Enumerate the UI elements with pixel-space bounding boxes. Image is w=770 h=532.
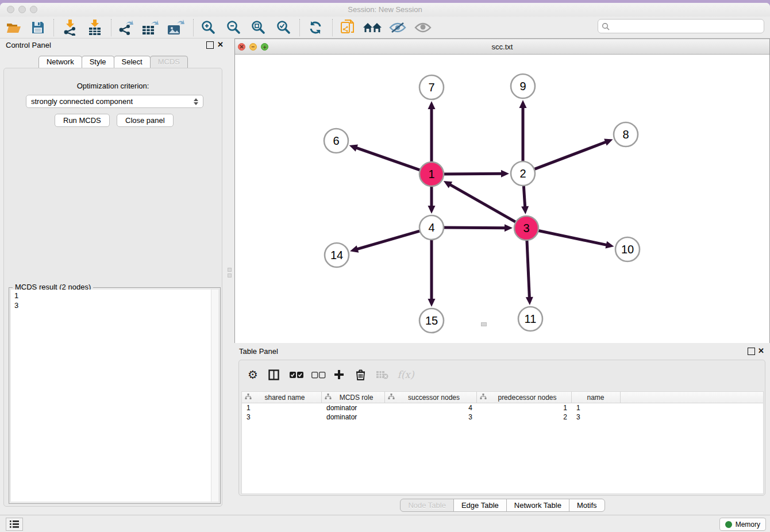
- table-options-button[interactable]: ⚙: [246, 367, 260, 382]
- edge-3-10[interactable]: [537, 230, 614, 249]
- apply-function-button[interactable]: f(x): [395, 367, 416, 382]
- cell-shared-name[interactable]: 1: [242, 404, 322, 412]
- flatten-icon: [325, 394, 332, 402]
- open-session-button[interactable]: [3, 18, 25, 37]
- node-1[interactable]: 1: [419, 162, 444, 186]
- show-columns-button[interactable]: [267, 367, 280, 382]
- table-panel-title: Table Panel: [239, 347, 278, 356]
- refresh-button[interactable]: [305, 18, 326, 37]
- node-2[interactable]: 2: [511, 161, 535, 186]
- tab-network-table[interactable]: Network Table: [506, 499, 569, 512]
- edge-3-11[interactable]: [526, 238, 533, 305]
- zoom-fit-button[interactable]: [247, 18, 269, 37]
- function-icon: f(x): [397, 369, 414, 380]
- edge-2-9[interactable]: [519, 100, 527, 163]
- zoom-selected-button[interactable]: [272, 18, 294, 37]
- tab-style[interactable]: Style: [82, 56, 114, 68]
- tab-select[interactable]: Select: [114, 56, 151, 68]
- export-network-button[interactable]: [115, 18, 137, 37]
- tab-network[interactable]: Network: [38, 56, 82, 68]
- unselect-all-button[interactable]: [310, 367, 326, 382]
- delete-row-button[interactable]: [353, 367, 367, 382]
- column-header-predecessor-nodes[interactable]: predecessor nodes: [477, 392, 572, 403]
- zoom-in-button[interactable]: [197, 18, 219, 37]
- edge-4-15[interactable]: [428, 238, 436, 307]
- close-table-panel-icon[interactable]: ✕: [757, 347, 765, 354]
- delete-table-button[interactable]: [375, 367, 390, 382]
- show-all-button[interactable]: [412, 18, 434, 37]
- float-panel-icon[interactable]: [206, 41, 214, 49]
- column-header-name[interactable]: name: [572, 392, 621, 403]
- edge-1-6[interactable]: [349, 144, 422, 171]
- mcds-result-scrollbar[interactable]: [211, 290, 218, 502]
- cell-shared-name[interactable]: 3: [242, 413, 322, 421]
- search-input[interactable]: [612, 22, 764, 30]
- node-7[interactable]: 7: [419, 75, 444, 99]
- memory-button[interactable]: Memory: [719, 518, 766, 531]
- new-network-from-selection-button[interactable]: [337, 18, 359, 37]
- edge-2-8[interactable]: [533, 138, 613, 169]
- splitter-handle[interactable]: [228, 273, 232, 277]
- cell-MCDS-role[interactable]: dominator: [322, 404, 385, 412]
- close-panel-button[interactable]: Close panel: [117, 114, 174, 127]
- export-image-button[interactable]: [165, 18, 187, 37]
- node-15[interactable]: 15: [419, 309, 444, 333]
- cell-name[interactable]: 1: [572, 404, 621, 412]
- export-table-button[interactable]: [140, 18, 161, 37]
- tab-node-table[interactable]: Node Table: [400, 499, 454, 512]
- column-header-MCDS-role[interactable]: MCDS role: [322, 392, 385, 403]
- svg-text:11: 11: [525, 313, 537, 325]
- network-graph[interactable]: 1234678910111415: [235, 55, 769, 343]
- canvas-scroll-handle[interactable]: [481, 322, 487, 326]
- add-row-button[interactable]: [332, 367, 346, 382]
- node-10[interactable]: 10: [615, 237, 640, 261]
- zoom-out-button[interactable]: [222, 18, 244, 37]
- node-9[interactable]: 9: [511, 74, 535, 98]
- cell-predecessor-nodes[interactable]: 1: [477, 404, 572, 412]
- table-row[interactable]: 1dominator411: [242, 403, 763, 413]
- column-label: MCDS role: [332, 394, 384, 402]
- tab-edge-table[interactable]: Edge Table: [453, 499, 507, 512]
- edge-4-3[interactable]: [442, 224, 513, 232]
- svg-text:8: 8: [622, 128, 629, 141]
- edge-2-3[interactable]: [521, 184, 529, 214]
- import-network-button[interactable]: [59, 18, 81, 37]
- node-8[interactable]: 8: [614, 122, 638, 147]
- hide-selected-button[interactable]: [387, 18, 409, 37]
- splitter-handle[interactable]: [228, 268, 232, 272]
- edge-4-14[interactable]: [350, 230, 422, 253]
- node-4[interactable]: 4: [419, 215, 444, 240]
- cell-successor-nodes[interactable]: 3: [385, 413, 477, 421]
- node-11[interactable]: 11: [518, 307, 542, 331]
- save-session-button[interactable]: [27, 18, 49, 37]
- edge-1-4[interactable]: [428, 184, 436, 214]
- node-3[interactable]: 3: [514, 216, 538, 240]
- cell-successor-nodes[interactable]: 4: [385, 404, 477, 412]
- tab-motifs[interactable]: Motifs: [569, 499, 605, 512]
- node-6[interactable]: 6: [324, 129, 348, 153]
- checked-boxes-icon: [289, 371, 304, 379]
- status-bar: Memory: [0, 515, 770, 532]
- cell-predecessor-nodes[interactable]: 2: [477, 413, 572, 421]
- select-all-button[interactable]: [288, 367, 305, 382]
- edge-1-7[interactable]: [428, 101, 436, 164]
- import-table-button[interactable]: [84, 18, 106, 37]
- search-box[interactable]: [598, 19, 764, 33]
- first-neighbors-button[interactable]: [361, 18, 383, 37]
- node-14[interactable]: 14: [325, 243, 349, 267]
- cell-MCDS-role[interactable]: dominator: [322, 413, 385, 421]
- edge-3-1[interactable]: [444, 181, 518, 223]
- column-header-successor-nodes[interactable]: successor nodes: [385, 392, 477, 403]
- column-header-shared-name[interactable]: shared name: [242, 392, 322, 403]
- optimization-criterion-select[interactable]: strongly connected component: [26, 95, 203, 108]
- task-history-button[interactable]: [6, 518, 23, 531]
- close-panel-icon[interactable]: ✕: [217, 41, 224, 48]
- run-mcds-button[interactable]: Run MCDS: [55, 114, 110, 127]
- mcds-result-text[interactable]: 1 3: [11, 290, 218, 502]
- edge-1-2[interactable]: [442, 170, 509, 178]
- table-row[interactable]: 3dominator323: [242, 413, 763, 422]
- float-table-panel-icon[interactable]: [748, 348, 755, 355]
- optimization-criterion-label: Optimization criterion:: [4, 82, 222, 90]
- tab-mcds[interactable]: MCDS: [150, 56, 188, 68]
- cell-name[interactable]: 3: [572, 413, 621, 421]
